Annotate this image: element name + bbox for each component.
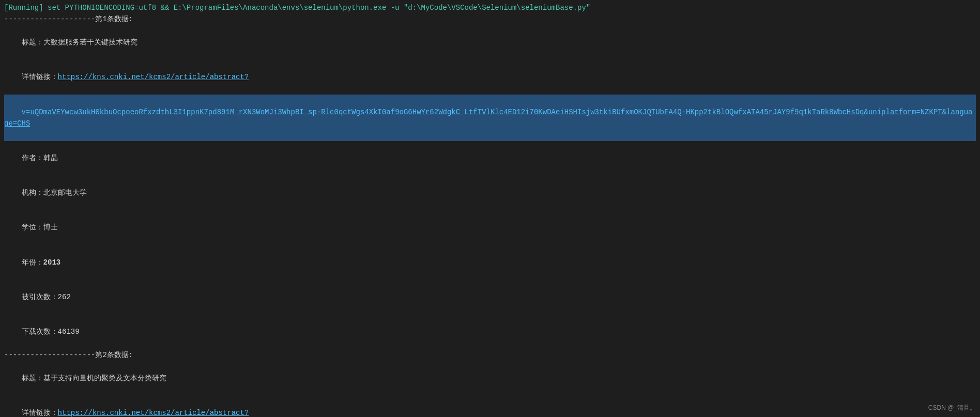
detail-label-1: 详情链接： [22,73,58,81]
author-line-1: 作者：韩晶 [4,141,976,176]
detail-line-1: 详情链接：https://kns.cnki.net/kcms2/article/… [4,60,976,95]
author-label-1: 作者： [22,154,43,162]
detail-url-base-2[interactable]: https://kns.cnki.net/kcms2/article/abstr… [58,409,249,417]
detail-url-params-1: v=uQDmaVEYwcw3ukH0kbuOcpoeoRfxzdthL3I1pp… [4,95,976,141]
title-line-2: 标题：基于支持向量机的聚类及文本分类研究 [4,361,976,395]
institution-label-1: 机构： [22,189,43,197]
downloads-label-1: 下载次数： [22,328,58,336]
running-command: [Running] set PYTHONIOENCODING=utf8 && E… [4,2,976,13]
downloads-value-1: 46139 [58,328,80,336]
divider-1: ---------------------第1条数据: [4,13,976,25]
terminal-window: [Running] set PYTHONIOENCODING=utf8 && E… [0,0,980,417]
citations-line-1: 被引次数：262 [4,280,976,314]
year-label-1: 年份： [22,258,43,267]
detail-label-2: 详情链接： [22,409,58,417]
institution-line-1: 机构：北京邮电大学 [4,176,976,210]
citations-value-1: 262 [58,293,71,301]
citations-label-1: 被引次数： [22,293,58,301]
title-label-2: 标题： [22,374,43,382]
divider-2: ---------------------第2条数据: [4,349,976,361]
title-label-1: 标题： [22,38,43,47]
degree-line-1: 学位：博士 [4,210,976,245]
institution-value-1: 北京邮电大学 [43,189,87,197]
degree-label-1: 学位： [22,223,43,231]
degree-value-1: 博士 [43,223,58,231]
title-line-1: 标题：大数据服务若干关键技术研究 [4,25,976,60]
watermark: CSDN @_清且。 [928,403,976,413]
downloads-line-1: 下载次数：46139 [4,315,976,349]
author-value-1: 韩晶 [43,154,58,162]
year-value-1: 2013 [43,258,61,267]
url-params-text-1: v=uQDmaVEYwcw3ukH0kbuOcpoeoRfxzdthL3I1pp… [4,108,973,128]
detail-url-base-1[interactable]: https://kns.cnki.net/kcms2/article/abstr… [58,73,249,81]
title-value-1: 大数据服务若干关键技术研究 [43,38,137,47]
year-line-1: 年份：2013 [4,245,976,280]
detail-line-2: 详情链接：https://kns.cnki.net/kcms2/article/… [4,395,976,417]
title-value-2: 基于支持向量机的聚类及文本分类研究 [43,374,166,382]
